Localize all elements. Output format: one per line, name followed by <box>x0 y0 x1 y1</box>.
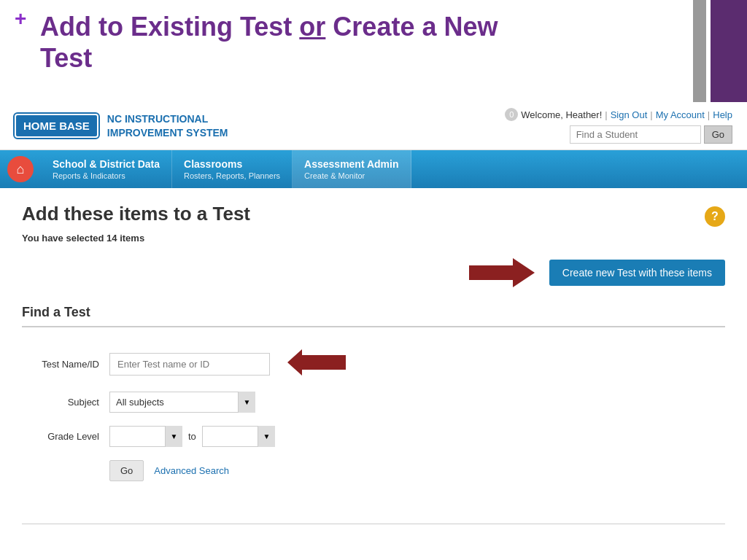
nav-label-assessment: Assessment Admin <box>304 158 398 170</box>
grade-to-select[interactable]: K123 4567 89101112 <box>202 426 275 447</box>
header-right: 0 Welcome, Heather! | Sign Out | My Acco… <box>505 108 732 144</box>
sign-out-link[interactable]: Sign Out <box>611 109 648 120</box>
subject-row: Subject All subjects Math English Langua… <box>22 392 725 413</box>
grade-from-select[interactable]: K123 4567 89101112 <box>109 426 182 447</box>
nav-home-button[interactable]: ⌂ <box>7 156 34 182</box>
find-test-section-title: Find a Test <box>22 305 725 327</box>
grade-level-row: Grade Level K123 4567 89101112 ▼ to K123 <box>22 426 725 447</box>
system-title: NC INSTRUCTIONAL IMPROVEMENT SYSTEM <box>107 112 228 139</box>
decorative-rects <box>693 0 747 102</box>
grade-level-label: Grade Level <box>22 431 109 442</box>
nav-label-school: School & District Data <box>53 158 160 170</box>
logo-area: HOME BASE NC INSTRUCTIONAL IMPROVEMENT S… <box>15 112 228 139</box>
student-search-input[interactable] <box>570 125 701 144</box>
nav-item-classrooms[interactable]: Classrooms Rosters, Reports, Planners <box>172 150 293 188</box>
page-title: Add these items to a Test <box>22 203 250 225</box>
my-account-link[interactable]: My Account <box>656 109 705 120</box>
help-icon[interactable]: ? <box>705 206 725 227</box>
create-new-test-button[interactable]: Create new Test with these items <box>549 260 725 286</box>
banner-title: Add to Existing Test or Create a NewTest <box>40 7 732 74</box>
selected-info: You have selected 14 items <box>22 233 725 244</box>
go-button[interactable]: Go <box>109 460 144 481</box>
notification-badge[interactable]: 0 <box>505 108 518 121</box>
nav-item-assessment[interactable]: Assessment Admin Create & Monitor <box>293 150 411 188</box>
nav-sub-classrooms: Rosters, Reports, Planners <box>184 171 280 180</box>
nav-bar: ⌂ School & District Data Reports & Indic… <box>0 150 747 188</box>
test-name-control-wrapper <box>109 349 346 378</box>
top-links: 0 Welcome, Heather! | Sign Out | My Acco… <box>505 108 732 121</box>
welcome-text: Welcome, Heather! <box>521 109 602 120</box>
test-name-row: Test Name/ID <box>22 349 725 378</box>
subject-label: Subject <box>22 397 109 408</box>
find-test-form: Test Name/ID Subject All subjects Math E… <box>22 342 725 502</box>
plus-icon: + <box>15 7 26 31</box>
header: HOME BASE NC INSTRUCTIONAL IMPROVEMENT S… <box>0 102 747 150</box>
svg-marker-1 <box>287 349 346 376</box>
grade-to-label: to <box>188 431 196 442</box>
left-arrow-icon <box>287 349 346 378</box>
grade-wrapper: K123 4567 89101112 ▼ to K123 4567 891011… <box>109 426 275 447</box>
nav-sub-assessment: Create & Monitor <box>304 171 398 180</box>
home-icon: ⌂ <box>17 162 25 177</box>
search-action-row: Go Advanced Search <box>22 460 725 481</box>
main-content: Add these items to a Test ? You have sel… <box>0 188 747 539</box>
subject-select-wrapper: All subjects Math English Language Arts … <box>109 392 255 413</box>
bottom-divider <box>22 524 725 524</box>
search-go-button[interactable]: Go <box>704 125 732 144</box>
nav-item-school-district[interactable]: School & District Data Reports & Indicat… <box>41 150 172 188</box>
test-name-input[interactable] <box>109 353 270 376</box>
test-name-label: Test Name/ID <box>22 359 109 370</box>
svg-marker-0 <box>469 258 535 287</box>
nav-sub-school: Reports & Indicators <box>53 171 160 180</box>
subject-select[interactable]: All subjects Math English Language Arts … <box>109 392 255 413</box>
search-area: Go <box>570 125 732 144</box>
right-arrow-icon <box>469 258 535 287</box>
nav-label-classrooms: Classrooms <box>184 158 280 170</box>
homebase-logo: HOME BASE <box>15 114 98 138</box>
grade-from-wrapper: K123 4567 89101112 ▼ <box>109 426 182 447</box>
help-link[interactable]: Help <box>713 109 732 120</box>
create-test-row: Create new Test with these items <box>22 258 725 287</box>
advanced-search-link[interactable]: Advanced Search <box>154 465 229 476</box>
grade-to-wrapper: K123 4567 89101112 ▼ <box>202 426 275 447</box>
